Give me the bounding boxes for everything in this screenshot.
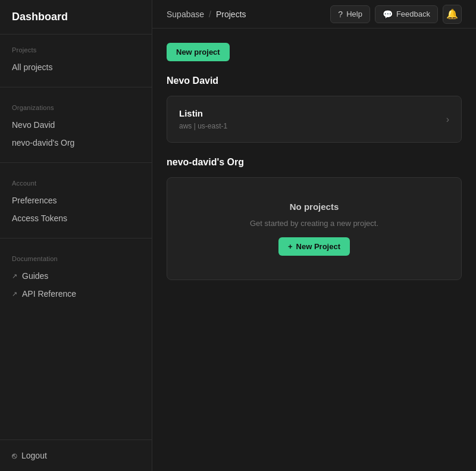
project-card-listin[interactable]: Listin aws | us-east-1 › xyxy=(167,96,462,143)
section-title-nevo-david: Nevo David xyxy=(167,76,462,86)
breadcrumb-separator: / xyxy=(209,10,211,19)
sidebar-item-label: nevo-david's Org xyxy=(12,138,74,147)
sidebar-item-preferences[interactable]: Preferences xyxy=(0,191,152,209)
help-label: Help xyxy=(346,10,362,18)
section-nevo-david: Nevo David Listin aws | us-east-1 › xyxy=(167,76,462,143)
sidebar-header: Dashboard xyxy=(0,0,152,34)
new-project-cta-button[interactable]: + New Project xyxy=(278,237,350,256)
new-project-button[interactable]: New project xyxy=(167,43,230,61)
sidebar-item-nevo-david-org[interactable]: nevo-david's Org xyxy=(0,134,152,152)
sidebar-bottom: ⎋ Logout xyxy=(0,439,152,471)
sidebar-section-label-organizations: Organizations xyxy=(0,104,152,116)
feedback-button[interactable]: 💬 Feedback xyxy=(375,5,438,23)
sidebar-item-all-projects[interactable]: All projects xyxy=(0,58,152,76)
sidebar-section-label-account: Account xyxy=(0,180,152,191)
sidebar-item-access-tokens[interactable]: Access Tokens xyxy=(0,209,152,227)
new-project-cta-label: New Project xyxy=(296,242,340,251)
sidebar-item-label: API Reference xyxy=(22,289,76,299)
logout-label: Logout xyxy=(21,451,47,460)
chat-icon: 💬 xyxy=(383,10,393,19)
empty-title: No projects xyxy=(290,202,339,212)
notifications-button[interactable]: 🔔 xyxy=(443,5,462,24)
sidebar-section-account: Account Preferences Access Tokens xyxy=(0,168,152,233)
feedback-label: Feedback xyxy=(396,10,430,18)
sidebar-section-label-projects: Projects xyxy=(0,46,152,58)
help-circle-icon: ? xyxy=(338,10,343,19)
sidebar-item-label: All projects xyxy=(12,62,52,72)
logout-button[interactable]: ⎋ Logout xyxy=(0,446,152,465)
divider-1 xyxy=(0,87,152,87)
external-link-icon-guides: ↗ xyxy=(12,272,17,280)
breadcrumb-current: Projects xyxy=(216,10,246,19)
project-meta-listin: aws | us-east-1 xyxy=(179,122,227,130)
sidebar-section-documentation: Documentation ↗ Guides ↗ API Reference xyxy=(0,243,152,309)
main-content: Supabase / Projects ? Help 💬 Feedback 🔔 xyxy=(152,0,476,471)
topbar-actions: ? Help 💬 Feedback 🔔 xyxy=(330,5,462,24)
sidebar-item-guides[interactable]: ↗ Guides xyxy=(0,267,152,285)
bell-icon: 🔔 xyxy=(446,8,458,20)
page-body: New project Nevo David Listin aws | us-e… xyxy=(152,29,476,471)
sidebar-item-nevo-david[interactable]: Nevo David xyxy=(0,116,152,134)
divider-2 xyxy=(0,162,152,163)
topbar: Supabase / Projects ? Help 💬 Feedback 🔔 xyxy=(152,0,476,29)
section-nevo-david-org: nevo-david's Org No projects Get started… xyxy=(167,157,462,280)
sidebar-section-label-documentation: Documentation xyxy=(0,255,152,267)
empty-org-card: No projects Get started by creating a ne… xyxy=(167,177,462,280)
sidebar-item-label: Nevo David xyxy=(12,120,55,130)
plus-icon: + xyxy=(288,242,293,251)
project-name-listin: Listin xyxy=(179,108,227,118)
logout-icon: ⎋ xyxy=(12,451,17,460)
sidebar-item-api-reference[interactable]: ↗ API Reference xyxy=(0,285,152,303)
chevron-right-icon: › xyxy=(446,114,449,125)
breadcrumb: Supabase / Projects xyxy=(167,10,246,19)
divider-3 xyxy=(0,238,152,238)
sidebar-title: Dashboard xyxy=(12,11,68,23)
help-button[interactable]: ? Help xyxy=(330,5,370,23)
project-info-listin: Listin aws | us-east-1 xyxy=(179,108,227,130)
sidebar-item-label: Preferences xyxy=(12,196,57,205)
sidebar-item-label: Access Tokens xyxy=(12,213,67,223)
section-title-nevo-david-org: nevo-david's Org xyxy=(167,157,462,168)
sidebar-section-organizations: Organizations Nevo David nevo-david's Or… xyxy=(0,92,152,158)
sidebar-item-label: Guides xyxy=(22,271,48,281)
breadcrumb-root[interactable]: Supabase xyxy=(167,10,204,19)
sidebar-section-projects: Projects All projects xyxy=(0,34,152,82)
external-link-icon-api: ↗ xyxy=(12,290,17,298)
empty-subtitle: Get started by creating a new project. xyxy=(250,219,378,228)
sidebar: Dashboard Projects All projects Organiza… xyxy=(0,0,152,471)
